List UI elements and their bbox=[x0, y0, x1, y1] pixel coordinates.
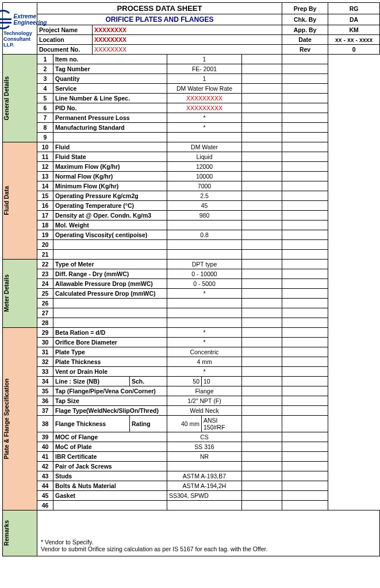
row-empty bbox=[242, 357, 282, 367]
row-empty bbox=[282, 64, 328, 74]
row-label: Permanent Pressure Loss bbox=[53, 113, 167, 123]
logo-text-1: Extreme bbox=[14, 13, 47, 20]
row-label: Operating Pressure Kg/cm2g bbox=[53, 191, 167, 201]
row-num: 20 bbox=[37, 240, 53, 250]
row-value: SS304, SPWD bbox=[167, 491, 242, 501]
row-label: Mol. Weight bbox=[53, 220, 167, 230]
row-num: 44 bbox=[37, 481, 53, 491]
row-label: Fluid bbox=[53, 142, 167, 152]
row-value: Concentric bbox=[167, 347, 242, 357]
row-empty bbox=[282, 113, 328, 123]
prep-by-label: Prep By bbox=[282, 3, 328, 14]
row-empty bbox=[242, 338, 282, 347]
row-num: 13 bbox=[37, 172, 53, 181]
row-empty bbox=[242, 162, 282, 172]
docno-label: Document No. bbox=[37, 45, 93, 55]
row-value bbox=[167, 308, 242, 318]
row-empty bbox=[282, 181, 328, 191]
row-empty bbox=[242, 289, 282, 299]
rev-label: Rev bbox=[282, 45, 328, 55]
row-empty bbox=[282, 250, 328, 260]
remarks-line-1: * Vendor to Specify. bbox=[41, 539, 376, 546]
row-label: Quantity bbox=[53, 74, 167, 84]
row-label: Diff. Range - Dry (mmWC) bbox=[53, 269, 167, 279]
row-empty bbox=[282, 308, 328, 318]
row-label bbox=[53, 250, 167, 260]
row-empty bbox=[242, 386, 282, 396]
row-num: 43 bbox=[37, 471, 53, 481]
row-empty bbox=[282, 462, 328, 471]
row-label bbox=[53, 240, 167, 250]
section-general: General Details bbox=[3, 55, 37, 142]
project-name-label: Project Name bbox=[37, 25, 93, 35]
row-value: 0 - 10000 bbox=[167, 269, 242, 279]
row-num: 24 bbox=[37, 279, 53, 289]
row-num: 38 bbox=[37, 416, 53, 432]
row-empty bbox=[242, 94, 282, 103]
row-num: 11 bbox=[37, 152, 53, 162]
row-empty bbox=[242, 367, 282, 377]
row-empty bbox=[282, 133, 328, 142]
row-value: * bbox=[167, 328, 242, 338]
row-empty bbox=[242, 491, 282, 501]
row-label: Flange Thickness bbox=[53, 416, 130, 432]
row-empty bbox=[282, 240, 328, 250]
row-num: 17 bbox=[37, 211, 53, 220]
row-num: 5 bbox=[37, 94, 53, 103]
row-label bbox=[53, 501, 167, 510]
row-empty bbox=[242, 74, 282, 84]
location-value: XXXXXXXX bbox=[93, 35, 282, 45]
section-plate: Plate & Flange Specification bbox=[3, 328, 37, 510]
row-empty bbox=[282, 416, 328, 432]
project-name-value: XXXXXXXX bbox=[93, 25, 282, 35]
row-empty bbox=[242, 211, 282, 220]
row-value: 1 bbox=[167, 74, 242, 84]
row-label: Manufacturing Standard bbox=[53, 123, 167, 133]
row-value: FE- 2001 bbox=[167, 64, 242, 74]
row-num: 18 bbox=[37, 220, 53, 230]
row-num: 42 bbox=[37, 462, 53, 471]
row-value: NR bbox=[167, 452, 242, 462]
row-empty bbox=[242, 396, 282, 406]
row-empty bbox=[282, 84, 328, 94]
row-empty bbox=[242, 191, 282, 201]
row-value: ASTM A-194,2H bbox=[167, 481, 242, 491]
row-num: 3 bbox=[37, 74, 53, 84]
row-num: 15 bbox=[37, 191, 53, 201]
row-num: 4 bbox=[37, 84, 53, 94]
row-value bbox=[167, 240, 242, 250]
row-num: 41 bbox=[37, 452, 53, 462]
row-value: * bbox=[167, 367, 242, 377]
row-label: Maximum Flow (Kg/hr) bbox=[53, 162, 167, 172]
row-label: Calculated Pressure Drop (mmWC) bbox=[53, 289, 167, 299]
row-value bbox=[167, 501, 242, 510]
row-empty bbox=[282, 396, 328, 406]
row-num: 39 bbox=[37, 432, 53, 442]
remarks-body: * Vendor to Specify. Vendor to submit Or… bbox=[37, 510, 380, 556]
row-label: Studs bbox=[53, 471, 167, 481]
row-value: 0 - 5000 bbox=[167, 279, 242, 289]
row-empty bbox=[242, 230, 282, 240]
row-value: * bbox=[167, 123, 242, 133]
row-empty bbox=[242, 377, 282, 386]
row-empty bbox=[282, 289, 328, 299]
row-value: 12000 bbox=[167, 162, 242, 172]
row-value: Weld Neck bbox=[167, 406, 242, 416]
row-value: SS 316 bbox=[167, 442, 242, 452]
row-empty bbox=[242, 308, 282, 318]
row-empty bbox=[242, 471, 282, 481]
row-empty bbox=[242, 250, 282, 260]
row-empty bbox=[242, 240, 282, 250]
row-empty bbox=[242, 481, 282, 491]
row-label: MOC of Flange bbox=[53, 432, 167, 442]
row-label: Item no. bbox=[53, 55, 167, 64]
row-empty bbox=[242, 269, 282, 279]
row-empty bbox=[242, 279, 282, 289]
row-value: 0.8 bbox=[167, 230, 242, 240]
row-empty bbox=[282, 142, 328, 152]
row-empty bbox=[242, 123, 282, 133]
row-value: 7000 bbox=[167, 181, 242, 191]
date-label: Date bbox=[282, 35, 328, 45]
row-empty bbox=[282, 230, 328, 240]
row-empty bbox=[282, 269, 328, 279]
